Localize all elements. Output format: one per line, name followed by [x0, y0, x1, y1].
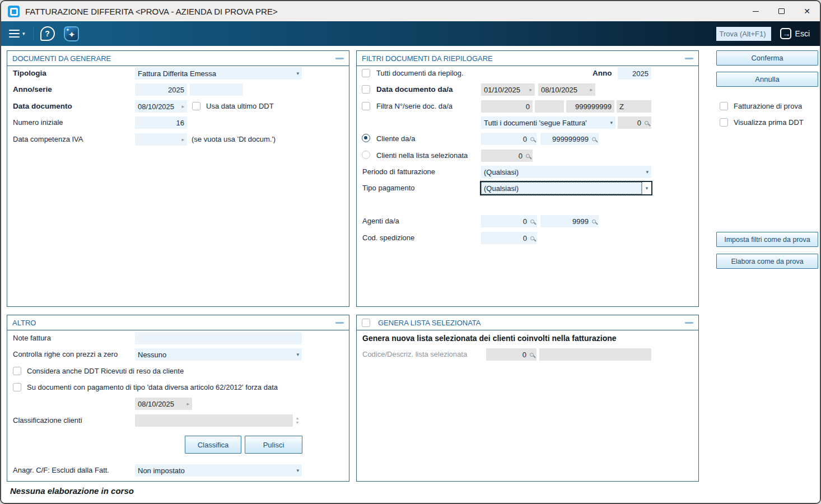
collapse-icon[interactable]	[335, 58, 344, 59]
search-icon	[530, 353, 534, 357]
serie-a-input[interactable]: Z	[617, 100, 651, 113]
panel-documenti-header: DOCUMENTI DA GENERARE	[7, 51, 349, 66]
tipologia-label: Tipologia	[13, 67, 46, 80]
numero-da-input[interactable]: 0	[481, 100, 533, 113]
data-documento-input[interactable]: 08/10/2025 ▸	[135, 100, 187, 113]
minimize-icon	[753, 11, 759, 12]
filtra-numserie-checkbox[interactable]	[362, 102, 370, 110]
maximize-button[interactable]	[768, 1, 794, 21]
descrizione-lista-input[interactable]	[539, 348, 651, 361]
codice-lista-input[interactable]: 0	[486, 348, 537, 361]
minimize-button[interactable]	[743, 1, 768, 21]
panel-altro: ALTRO Note fattura Controlla righe con p…	[7, 315, 349, 482]
conferma-button[interactable]: Conferma	[716, 50, 818, 66]
imposta-filtri-button[interactable]: Imposta filtri come da prova	[716, 232, 818, 247]
search-icon	[530, 137, 534, 141]
usa-data-ultimo-ddt-label: Usa data ultimo DDT	[206, 100, 274, 113]
toolbar-divider	[33, 26, 34, 41]
classificazione-spinner[interactable]: ▲ ▼	[293, 414, 302, 427]
codice-lista-label: Codice/Descriz. lista selezionata	[362, 348, 467, 361]
serie-da-input[interactable]	[535, 100, 564, 113]
periodo-fatturazione-label: Periodo di fatturazione	[362, 166, 435, 178]
considera-ddt-label: Considera anche DDT Ricevuti di reso da …	[27, 365, 184, 377]
spinner-down-icon: ▼	[296, 421, 300, 425]
close-button[interactable]: ✕	[794, 1, 820, 21]
exit-icon: →	[780, 28, 791, 39]
window-controls: ✕	[743, 1, 820, 21]
data-da-input[interactable]: 01/10/2025 ▸	[481, 83, 535, 96]
cliente-a-input[interactable]: 999999999	[540, 133, 599, 145]
exit-label: Esci	[795, 29, 810, 38]
cod-spedizione-label: Cod. spedizione	[362, 232, 414, 244]
elabora-button[interactable]: Elabora come da prova	[716, 254, 818, 269]
segue-numero-input[interactable]: 0	[618, 116, 651, 129]
chevron-down-icon: ▾	[294, 352, 299, 357]
classifica-button[interactable]: Classifica	[185, 436, 241, 454]
visualizza-ddt-checkbox[interactable]	[720, 118, 728, 127]
anno-filtro-input[interactable]: 2025	[618, 67, 651, 80]
search-input[interactable]: Trova (Alt+F1)	[716, 27, 771, 41]
annulla-button[interactable]: Annulla	[716, 72, 818, 87]
tipo-pagamento-dropdown[interactable]: (Qualsiasi) ▾	[480, 181, 652, 195]
clienti-lista-radio[interactable]	[362, 151, 370, 159]
forza-data-input[interactable]: 08/10/2025 ▸	[135, 398, 192, 410]
anno-serie-label: Anno/serie	[13, 83, 52, 96]
chevron-down-icon: ▾	[643, 169, 649, 175]
usa-data-ultimo-ddt-checkbox[interactable]	[192, 102, 200, 110]
classificazione-clienti-input[interactable]	[135, 414, 293, 427]
note-fattura-input[interactable]	[135, 332, 302, 344]
menu-button[interactable]: ▾	[8, 27, 26, 40]
genera-lista-description: Genera nuova lista selezionata dei clien…	[362, 334, 617, 343]
agenti-a-input[interactable]: 9999	[540, 215, 599, 227]
data-documento-daa-checkbox[interactable]	[362, 85, 370, 94]
controlla-righe-label: Controlla righe con prezzi a zero	[13, 348, 118, 361]
clienti-lista-input[interactable]: 0	[481, 150, 533, 162]
anagr-escludi-dropdown[interactable]: Non impostato ▾	[135, 464, 302, 477]
tutti-documenti-checkbox[interactable]	[362, 69, 370, 77]
genera-lista-checkbox[interactable]	[362, 319, 370, 327]
hamburger-icon	[9, 30, 20, 38]
chevron-down-icon: ▾	[608, 120, 613, 125]
numero-a-input[interactable]: 999999999	[566, 100, 614, 113]
agenti-da-input[interactable]: 0	[481, 215, 537, 227]
periodo-fatturazione-dropdown[interactable]: (Qualsiasi) ▾	[481, 166, 651, 178]
calendar-arrow-icon: ▸	[527, 87, 532, 92]
collapse-icon[interactable]	[685, 58, 693, 59]
assistant-button[interactable]: ✦ ✦	[64, 26, 79, 41]
collapse-icon[interactable]	[335, 322, 344, 324]
calendar-arrow-icon: ▸	[179, 104, 184, 109]
cliente-daa-radio[interactable]	[362, 134, 370, 142]
segue-fattura-dropdown[interactable]: Tutti i documenti 'segue Fattura' ▾	[481, 116, 615, 129]
search-icon	[530, 236, 534, 240]
data-competenza-iva-input[interactable]: ▸	[135, 133, 187, 146]
collapse-icon[interactable]	[685, 322, 693, 324]
chevron-down-icon[interactable]: ▾	[642, 182, 651, 194]
fatturazione-prova-checkbox[interactable]	[720, 102, 728, 110]
fatturazione-prova-label: Fatturazione di prova	[734, 100, 802, 113]
app-window: FATTURAZIONE DIFFERITA <PROVA - AZIENDA …	[0, 0, 821, 504]
anno-filtro-label: Anno	[593, 67, 612, 80]
filtra-numserie-label: Filtra N°/serie doc. da/a	[376, 100, 453, 113]
cliente-da-input[interactable]: 0	[481, 133, 537, 145]
serie-input[interactable]	[190, 83, 243, 96]
considera-ddt-checkbox[interactable]	[13, 367, 21, 375]
tutti-documenti-label: Tutti documenti da riepilog.	[376, 67, 464, 80]
status-text: Nessuna elaborazione in corso	[10, 486, 134, 496]
question-icon: ?	[45, 29, 50, 38]
panel-lista-header: GENERA LISTA SELEZIONATA	[357, 315, 698, 330]
help-button[interactable]: ?	[40, 26, 55, 41]
main-toolbar: ▾ ? ✦ ✦ Trova (Alt+F1) → Esci	[1, 21, 820, 46]
anno-input[interactable]: 2025	[135, 83, 187, 96]
forza-data-checkbox[interactable]	[13, 383, 21, 391]
data-competenza-hint: (se vuota usa 'Dt docum.')	[192, 133, 276, 146]
controlla-righe-dropdown[interactable]: Nessuno ▾	[135, 348, 302, 361]
tipologia-dropdown[interactable]: Fattura Differita Emessa ▾	[135, 67, 302, 80]
numero-iniziale-input[interactable]: 16	[135, 116, 187, 129]
panel-documenti-da-generare: DOCUMENTI DA GENERARE Tipologia Fattura …	[7, 50, 349, 307]
data-a-input[interactable]: 08/10/2025 ▸	[538, 83, 595, 96]
exit-button[interactable]: → Esci	[780, 28, 810, 39]
sparkle-small-icon: ✦	[66, 28, 70, 32]
note-fattura-label: Note fattura	[13, 332, 51, 344]
cod-spedizione-input[interactable]: 0	[481, 232, 537, 244]
pulisci-button[interactable]: Pulisci	[245, 436, 302, 454]
